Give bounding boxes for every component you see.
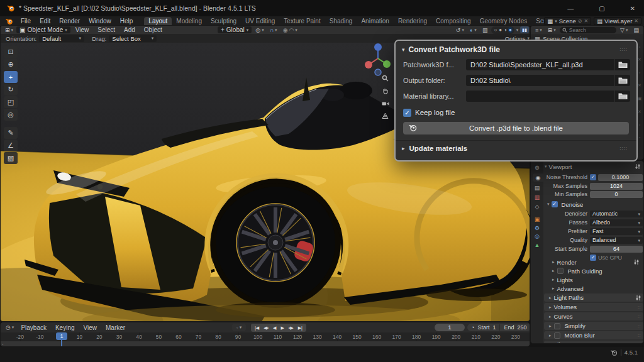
annotate-tool[interactable]: ✎ — [4, 127, 18, 139]
open-folder-button[interactable] — [615, 90, 630, 102]
menu-window[interactable]: Window — [85, 17, 115, 25]
properties-tab-data[interactable]: ▲ — [533, 241, 541, 249]
workspace-tab-modeling[interactable]: Modeling — [172, 17, 206, 25]
jump-to-end-button[interactable]: ▶| — [296, 326, 304, 331]
open-folder-button[interactable] — [615, 75, 630, 86]
passes-dropdown[interactable]: Albedo ▾ — [590, 219, 643, 226]
properties-tab-tool[interactable]: ⚙ — [533, 163, 541, 172]
properties-tab-output[interactable]: ▤ — [533, 184, 541, 192]
chevron-down-icon[interactable]: ▾ — [516, 28, 519, 33]
denoiser-dropdown[interactable]: Automatic ▾ — [590, 211, 643, 217]
select-box-tool[interactable]: ⊡ — [4, 46, 18, 58]
end-frame-field[interactable]: End 250 — [499, 324, 530, 331]
show-gizmo-toggle[interactable]: ↺ ▾ — [454, 27, 466, 33]
scene-selector[interactable]: ▦ ▾ Scene ⊘ ✕ — [544, 17, 591, 25]
workspace-tab-rendering[interactable]: Rendering — [394, 17, 431, 25]
keep-log-file-checkbox[interactable]: ✓ — [403, 109, 411, 117]
dialog-header[interactable]: ▾ Convert Patchwork3D file ∷∷ — [396, 41, 636, 57]
panel-settings-icon[interactable] — [635, 163, 641, 170]
shading-solid-icon[interactable]: ● — [498, 27, 502, 33]
navigation-gizmo[interactable] — [360, 42, 398, 80]
mode-dropdown[interactable]: ▣ Object Mode ▾ — [16, 26, 70, 33]
panel-checkbox[interactable] — [554, 323, 560, 329]
playhead[interactable]: 1 — [56, 332, 67, 340]
min-samples-field[interactable]: 0 — [590, 191, 643, 198]
blender-logo-icon[interactable] — [5, 18, 13, 25]
quality-dropdown[interactable]: Balanced ▾ — [590, 237, 643, 244]
open-folder-button[interactable] — [615, 59, 630, 70]
workspace-tab-geometry-nodes[interactable]: Geometry Nodes — [475, 17, 532, 25]
zoom-icon[interactable] — [380, 74, 390, 83]
outliner-display-mode-button[interactable]: ⊞ ▾ — [546, 27, 558, 33]
prev-keyframe-button[interactable]: ◀• — [262, 326, 270, 331]
timeline-menu-view[interactable]: View — [80, 324, 101, 332]
panel-volumes[interactable]: ▸Volumes∷ — [544, 303, 643, 311]
xray-toggle[interactable]: ▥ — [480, 27, 490, 33]
camera-view-icon[interactable] — [380, 99, 390, 108]
outliner-search-input[interactable]: Search — [560, 27, 616, 33]
outliner-editor-type-button[interactable]: ≡ ▾ — [533, 27, 544, 33]
max-samples-field[interactable]: 1024 — [590, 183, 643, 190]
viewlayer-selector[interactable]: ▤ ViewLayer ✕ — [594, 17, 641, 25]
add-cube-tool[interactable]: ▧ — [4, 152, 18, 164]
panel-checkbox[interactable] — [557, 268, 564, 274]
panel-render[interactable]: ▸Render — [552, 258, 641, 266]
timeline-menu-playback[interactable]: Playback — [17, 324, 50, 332]
properties-tab-modifiers[interactable]: ⚙ — [533, 224, 541, 232]
workspace-tab-animation[interactable]: Animation — [357, 17, 393, 25]
panel-denoise[interactable]: ▾ ✓ Denoise — [547, 200, 644, 208]
play-button[interactable]: ▶ — [279, 326, 286, 331]
viewport-menu-add[interactable]: Add — [120, 26, 139, 34]
workspace-tab-texture-paint[interactable]: Texture Paint — [279, 17, 325, 25]
outliner-options-button[interactable]: ▤ — [631, 27, 641, 33]
panel-path-guiding[interactable]: ▸Path Guiding — [552, 267, 641, 275]
noise-threshold-checkbox[interactable]: ✓ — [590, 174, 596, 180]
dialog-field-value[interactable]: D:\02 Studio\ — [466, 75, 614, 86]
drag-grip-icon[interactable]: ∷∷ — [620, 47, 628, 53]
panel-light-paths[interactable]: ▸Light Paths — [544, 293, 643, 302]
panel-lights[interactable]: ▸Lights — [552, 276, 641, 283]
properties-tab-render[interactable]: ◉ — [533, 173, 543, 182]
workspace-tab-compositing[interactable]: Compositing — [431, 17, 475, 25]
scene-unlink-icon[interactable]: ⊘ — [578, 18, 582, 24]
pan-icon[interactable] — [380, 86, 390, 96]
dialog-field-value[interactable]: D:\02 Studio\Speedster_KLF_all.p3d — [466, 59, 614, 70]
panel-motion-blur[interactable]: ▸Motion Blur∷ — [544, 331, 643, 339]
measure-tool[interactable]: ∠ — [4, 140, 18, 151]
properties-tab-object[interactable]: ▣ — [533, 215, 541, 223]
drag-setting-dropdown[interactable]: Select Box ▾ — [109, 35, 157, 42]
shading-rendered-icon[interactable]: ● — [508, 27, 513, 33]
prefilter-dropdown[interactable]: Fast ▾ — [590, 228, 643, 235]
render-pause-button[interactable]: ▮▮ — [520, 26, 529, 33]
viewport-menu-select[interactable]: Select — [94, 26, 119, 34]
properties-tab-scene[interactable]: ◇ — [533, 202, 541, 211]
workspace-tab-uv-editing[interactable]: UV Editing — [241, 17, 279, 25]
timeline-editor-type-button[interactable]: ◷ ▾ — [4, 324, 16, 331]
properties-tab-view-layer[interactable]: ▥ — [533, 193, 541, 201]
convert-button[interactable]: Convert .p3d file to .blend file — [403, 122, 629, 134]
transform-orientation-dropdown[interactable]: + Global ▾ — [218, 26, 252, 33]
drag-grip-icon[interactable]: ∷∷ — [620, 146, 628, 151]
timeline-menu-keying[interactable]: Keying — [52, 324, 79, 332]
timeline-menu-marker[interactable]: Marker — [102, 324, 129, 332]
dialog-field-value[interactable] — [466, 90, 614, 102]
editor-type-button[interactable]: ⊞ ▾ — [3, 27, 15, 33]
update-materials-panel[interactable]: ▸ Update materials ∷∷ — [396, 140, 636, 156]
viewport-menu-view[interactable]: View — [72, 26, 93, 34]
panel-simplify[interactable]: ▸Simplify∷ — [544, 322, 643, 330]
close-button[interactable]: ✕ — [630, 5, 635, 12]
panel-film[interactable]: ▸Film∷ — [544, 341, 643, 344]
shading-material-preview-icon[interactable]: ◑ — [503, 27, 508, 33]
workspace-tab-sculpting[interactable]: Sculpting — [206, 17, 241, 25]
start-sample-field[interactable]: 64 — [590, 246, 643, 253]
workspace-tab-layout[interactable]: Layout — [144, 17, 172, 25]
proportional-editing-toggle[interactable]: ◉ ◠ ▾ — [281, 27, 299, 33]
viewlayer-close-icon[interactable]: ✕ — [634, 18, 638, 24]
menu-edit[interactable]: Edit — [36, 17, 54, 25]
pivot-point-dropdown[interactable]: ◎ ▾ — [253, 27, 265, 33]
shading-wireframe-icon[interactable]: ○ — [493, 27, 497, 33]
orientation-setting-dropdown[interactable]: Default ▾ — [39, 35, 84, 42]
panel-settings-icon[interactable] — [635, 295, 641, 301]
menu-render[interactable]: Render — [55, 17, 84, 25]
transform-tool[interactable]: ◎ — [4, 109, 18, 121]
